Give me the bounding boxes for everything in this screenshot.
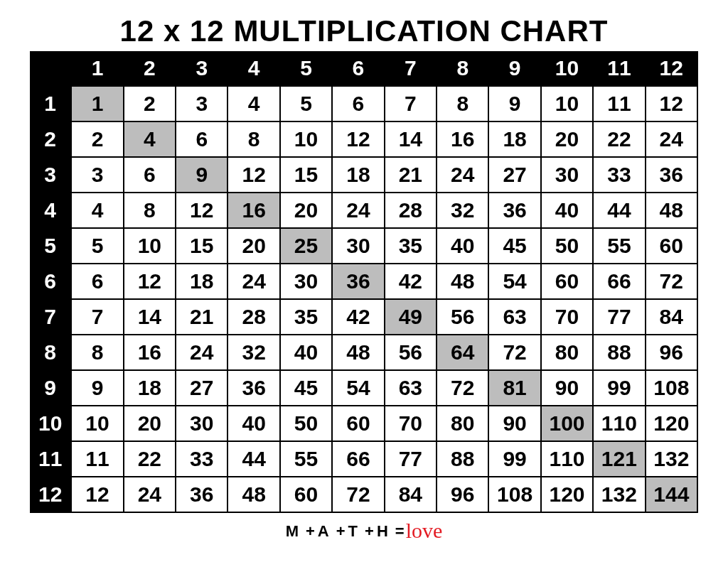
table-cell: 72 [488, 335, 540, 370]
col-header: 7 [385, 51, 437, 86]
table-cell: 21 [176, 299, 228, 335]
table-cell: 8 [124, 193, 176, 228]
footer-a: A [318, 522, 333, 540]
table-header-row: 1 2 3 4 5 6 7 8 9 10 11 12 [30, 51, 697, 86]
table-cell: 84 [646, 299, 697, 335]
table-cell: 50 [280, 406, 332, 441]
table-cell: 20 [541, 121, 593, 157]
table-cell: 48 [646, 193, 697, 228]
row-header: 5 [30, 228, 71, 264]
table-cell: 42 [385, 264, 437, 299]
table-cell: 50 [541, 228, 593, 264]
table-cell: 18 [332, 157, 384, 193]
table-cell: 15 [280, 157, 332, 193]
table-cell: 66 [593, 264, 645, 299]
table-cell: 54 [332, 370, 384, 406]
table-row: 121224364860728496108120132144 [30, 477, 697, 512]
table-cell: 12 [646, 86, 697, 121]
table-cell: 20 [280, 193, 332, 228]
table-cell: 5 [280, 86, 332, 121]
table-cell: 36 [228, 370, 279, 406]
table-cell: 16 [124, 335, 176, 370]
table-cell: 12 [71, 477, 123, 512]
table-cell: 15 [176, 228, 228, 264]
table-cell: 49 [385, 299, 437, 335]
table-cell: 18 [488, 121, 540, 157]
table-row: 551015202530354045505560 [30, 228, 697, 264]
table-cell: 90 [488, 406, 540, 441]
table-cell: 3 [71, 157, 123, 193]
table-cell: 40 [280, 335, 332, 370]
footer-m: M [286, 522, 303, 540]
table-cell: 33 [593, 157, 645, 193]
table-cell: 6 [71, 264, 123, 299]
table-cell: 22 [593, 121, 645, 157]
page-title: 12 x 12 MULTIPLICATION CHART [28, 14, 700, 48]
table-cell: 96 [646, 335, 697, 370]
page-container: 12 x 12 MULTIPLICATION CHART 1 2 3 4 5 6… [0, 0, 728, 543]
table-row: 881624324048566472808896 [30, 335, 697, 370]
table-cell: 3 [176, 86, 228, 121]
table-corner [30, 51, 71, 86]
table-cell: 84 [385, 477, 437, 512]
row-header: 3 [30, 157, 71, 193]
table-cell: 14 [385, 121, 437, 157]
table-cell: 100 [541, 406, 593, 441]
table-cell: 132 [593, 477, 645, 512]
table-cell: 24 [176, 335, 228, 370]
table-cell: 8 [228, 121, 279, 157]
table-cell: 120 [541, 477, 593, 512]
table-cell: 30 [280, 264, 332, 299]
col-header: 3 [176, 51, 228, 86]
table-cell: 40 [437, 228, 488, 264]
table-cell: 18 [176, 264, 228, 299]
col-header: 8 [437, 51, 488, 86]
table-cell: 6 [124, 157, 176, 193]
table-cell: 60 [646, 228, 697, 264]
table-cell: 81 [488, 370, 540, 406]
table-cell: 48 [228, 477, 279, 512]
footer-h: H [377, 522, 392, 540]
table-cell: 110 [541, 441, 593, 477]
table-row: 11112233445566778899110121132 [30, 441, 697, 477]
table-cell: 2 [124, 86, 176, 121]
table-cell: 48 [437, 264, 488, 299]
equals-icon: = [395, 522, 405, 540]
table-cell: 44 [593, 193, 645, 228]
table-cell: 56 [437, 299, 488, 335]
table-cell: 108 [488, 477, 540, 512]
table-cell: 32 [228, 335, 279, 370]
table-cell: 70 [385, 406, 437, 441]
table-body: 1123456789101112224681012141618202224336… [30, 86, 697, 512]
table-cell: 36 [176, 477, 228, 512]
table-cell: 24 [437, 157, 488, 193]
table-cell: 2 [71, 121, 123, 157]
table-cell: 7 [385, 86, 437, 121]
table-cell: 35 [280, 299, 332, 335]
table-cell: 24 [332, 193, 384, 228]
table-cell: 9 [71, 370, 123, 406]
plus-icon: + [306, 522, 315, 540]
table-cell: 44 [228, 441, 279, 477]
table-cell: 14 [124, 299, 176, 335]
table-cell: 120 [646, 406, 697, 441]
footer-love: love [406, 519, 443, 542]
table-cell: 110 [593, 406, 645, 441]
table-cell: 24 [228, 264, 279, 299]
table-cell: 63 [488, 299, 540, 335]
table-cell: 35 [385, 228, 437, 264]
multiplication-table: 1 2 3 4 5 6 7 8 9 10 11 12 1123456789101… [30, 51, 698, 513]
table-cell: 72 [437, 370, 488, 406]
table-cell: 45 [488, 228, 540, 264]
table-cell: 11 [71, 441, 123, 477]
table-cell: 10 [71, 406, 123, 441]
table-cell: 40 [228, 406, 279, 441]
table-cell: 48 [332, 335, 384, 370]
table-row: 771421283542495663707784 [30, 299, 697, 335]
table-cell: 88 [593, 335, 645, 370]
table-cell: 63 [385, 370, 437, 406]
table-cell: 99 [488, 441, 540, 477]
plus-icon: + [336, 522, 346, 540]
col-header: 1 [71, 51, 123, 86]
table-cell: 60 [332, 406, 384, 441]
